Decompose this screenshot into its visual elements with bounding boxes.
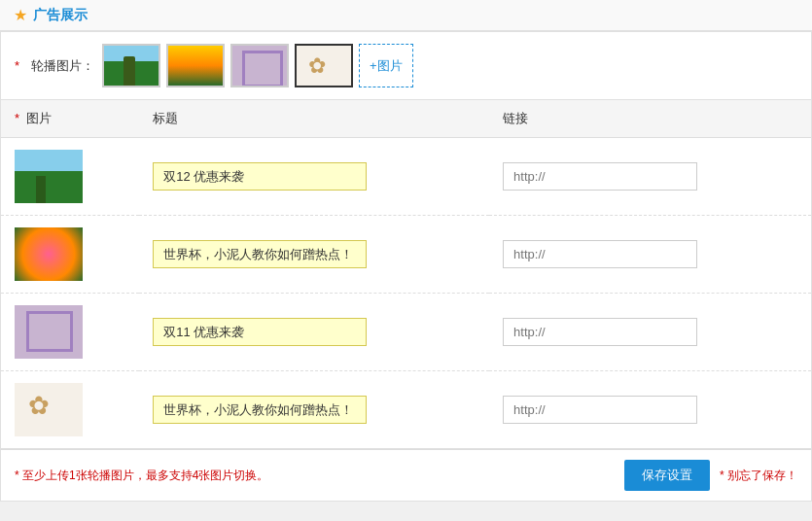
row-3-url-cell bbox=[489, 294, 811, 371]
carousel-thumb-2[interactable] bbox=[166, 44, 225, 87]
row-1-title-input[interactable] bbox=[153, 162, 367, 191]
section-title: 广告展示 bbox=[33, 7, 88, 24]
footer-hint: * 至少上传1张轮播图片，最多支持4张图片切换。 bbox=[15, 468, 268, 484]
row-2-title-cell bbox=[139, 216, 489, 294]
carousel-required-mark: * bbox=[15, 58, 19, 73]
save-button[interactable]: 保存设置 bbox=[624, 460, 710, 491]
col-header-title: 标题 bbox=[139, 100, 489, 138]
row-1-image-cell bbox=[1, 138, 139, 216]
save-reminder: * 别忘了保存！ bbox=[720, 468, 797, 484]
carousel-thumb-3[interactable] bbox=[230, 44, 289, 87]
carousel-thumb-4[interactable] bbox=[295, 44, 353, 87]
add-photo-button[interactable]: +图片 bbox=[359, 44, 413, 87]
col-header-link: 链接 bbox=[489, 100, 811, 138]
table-row bbox=[1, 371, 811, 449]
row-1-url-input[interactable] bbox=[503, 162, 697, 191]
col-header-image: * 图片 bbox=[1, 100, 139, 138]
row-3-url-input[interactable] bbox=[503, 318, 697, 346]
footer-actions: 保存设置 * 别忘了保存！ bbox=[624, 460, 797, 491]
row-3-title-input[interactable] bbox=[153, 318, 367, 346]
carousel-thumbs: +图片 bbox=[102, 44, 413, 87]
star-icon: ★ bbox=[14, 6, 27, 24]
row-4-url-cell bbox=[489, 371, 811, 449]
row-4-title-cell bbox=[139, 371, 489, 449]
row-4-url-input[interactable] bbox=[503, 396, 697, 424]
carousel-label: 轮播图片： bbox=[31, 57, 94, 75]
row-2-thumb bbox=[15, 227, 83, 281]
row-1-thumb bbox=[15, 150, 83, 203]
table-row bbox=[1, 216, 811, 294]
row-3-thumb bbox=[15, 305, 83, 359]
row-2-title-input[interactable] bbox=[153, 240, 367, 268]
data-table-wrapper: * 图片 标题 链接 bbox=[0, 100, 812, 449]
section-header: ★ 广告展示 bbox=[0, 0, 812, 31]
row-4-title-input[interactable] bbox=[153, 396, 367, 424]
footer-bar: * 至少上传1张轮播图片，最多支持4张图片切换。 保存设置 * 别忘了保存！ bbox=[0, 449, 812, 502]
row-3-image-cell bbox=[1, 294, 139, 371]
row-2-url-cell bbox=[489, 216, 811, 294]
table-row bbox=[1, 138, 811, 216]
carousel-thumb-1[interactable] bbox=[102, 44, 160, 87]
row-4-image-cell bbox=[1, 371, 139, 449]
table-row bbox=[1, 294, 811, 371]
row-2-url-input[interactable] bbox=[503, 240, 697, 268]
row-4-thumb bbox=[15, 383, 83, 436]
images-table: * 图片 标题 链接 bbox=[1, 100, 811, 448]
row-2-image-cell bbox=[1, 216, 139, 294]
carousel-section: * 轮播图片： +图片 bbox=[0, 31, 812, 100]
table-header-row: * 图片 标题 链接 bbox=[1, 100, 811, 138]
row-1-title-cell bbox=[139, 138, 489, 216]
row-3-title-cell bbox=[139, 294, 489, 371]
row-1-url-cell bbox=[489, 138, 811, 216]
